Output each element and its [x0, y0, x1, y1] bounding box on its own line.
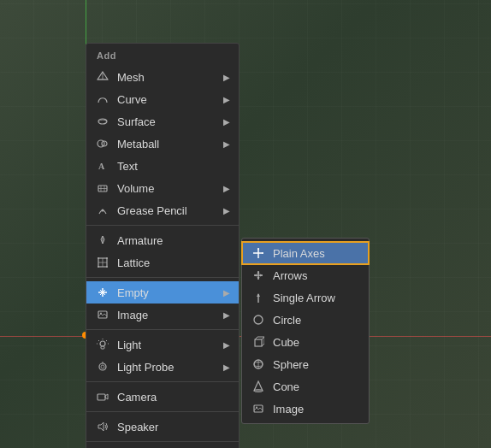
svg-point-26 — [100, 313, 102, 315]
menu-item-grease-pencil[interactable]: Grease Pencil ▶ — [86, 199, 239, 221]
svg-point-56 — [254, 315, 263, 324]
text-icon: A — [95, 158, 110, 174]
plain-axes-icon — [251, 245, 266, 261]
menu-item-empty-label: Empty — [117, 286, 216, 299]
divider-1 — [86, 225, 239, 226]
camera-icon — [95, 389, 110, 404]
surface-icon — [95, 114, 110, 129]
menu-item-mesh[interactable]: Mesh ▶ — [86, 66, 239, 88]
curve-icon — [95, 91, 110, 107]
divider-3 — [86, 329, 239, 330]
svg-point-19 — [98, 266, 99, 268]
lattice-icon — [95, 255, 110, 270]
empty-icon — [95, 285, 110, 300]
cube-icon — [251, 334, 266, 350]
menu-item-armature-label: Armature — [117, 234, 230, 247]
light-probe-arrow: ▶ — [223, 363, 230, 372]
submenu-item-cube-label: Cube — [273, 336, 299, 349]
metaball-icon — [95, 136, 110, 151]
menu-item-camera[interactable]: Camera — [86, 386, 239, 408]
menu-item-mesh-label: Mesh — [117, 71, 216, 84]
menu-item-volume-label: Volume — [117, 182, 216, 195]
armature-icon — [95, 233, 110, 248]
light-arrow: ▶ — [223, 340, 230, 350]
svg-point-67 — [256, 407, 257, 409]
menu-item-light-label: Light — [117, 339, 216, 351]
menu-item-metaball[interactable]: Metaball ▶ — [86, 133, 239, 155]
menu-item-light-probe[interactable]: Light Probe ▶ — [86, 356, 239, 378]
add-menu-container: Add Mesh ▶ Curve ▶ — [86, 43, 370, 448]
svg-point-35 — [101, 365, 104, 368]
svg-point-17 — [98, 257, 99, 259]
volume-icon — [95, 180, 110, 196]
menu-item-text[interactable]: A Text — [86, 155, 239, 177]
submenu-item-single-arrow-label: Single Arrow — [273, 292, 335, 304]
menu-item-curve-label: Curve — [117, 93, 216, 106]
cone-icon — [251, 379, 266, 394]
sphere-icon — [251, 357, 266, 372]
submenu-item-arrows[interactable]: Arrows — [242, 264, 369, 286]
divider-5 — [86, 411, 239, 412]
menu-item-curve[interactable]: Curve ▶ — [86, 88, 239, 110]
menu-item-speaker[interactable]: Speaker — [86, 416, 239, 438]
submenu-item-image-label: Image — [273, 403, 304, 416]
speaker-icon — [95, 419, 110, 434]
light-probe-icon — [95, 359, 110, 374]
submenu-item-plain-axes[interactable]: Plain Axes — [242, 242, 369, 264]
menu-item-image[interactable]: Image ▶ — [86, 304, 239, 326]
submenu-item-sphere[interactable]: Sphere — [242, 353, 369, 375]
empty-arrow: ▶ — [223, 288, 230, 298]
svg-point-11 — [102, 209, 104, 212]
submenu-item-circle-label: Circle — [273, 314, 301, 327]
menu-item-light-probe-label: Light Probe — [117, 361, 216, 374]
submenu-item-cube[interactable]: Cube — [242, 331, 369, 353]
svg-rect-33 — [101, 346, 104, 349]
svg-marker-55 — [257, 293, 260, 297]
circle-icon — [251, 312, 266, 327]
submenu-item-arrows-label: Arrows — [273, 269, 307, 282]
menu-item-surface-label: Surface — [117, 115, 216, 128]
svg-line-31 — [98, 340, 99, 341]
menu-item-metaball-label: Metaball — [117, 138, 216, 150]
submenu-item-plain-axes-label: Plain Axes — [273, 247, 325, 260]
menu-item-lattice[interactable]: Lattice — [86, 251, 239, 274]
svg-text:A: A — [98, 162, 105, 171]
menu-header: Add — [86, 47, 239, 66]
submenu-item-cone-label: Cone — [273, 380, 299, 393]
menu-item-lattice-label: Lattice — [117, 256, 230, 269]
svg-marker-51 — [257, 277, 260, 280]
curve-arrow: ▶ — [223, 95, 230, 104]
metaball-arrow: ▶ — [223, 139, 230, 149]
grease-pencil-icon — [95, 203, 110, 218]
menu-item-image-label: Image — [117, 309, 216, 321]
menu-item-grease-pencil-label: Grease Pencil — [117, 204, 216, 217]
submenu-item-cone[interactable]: Cone — [242, 375, 369, 398]
submenu-item-circle[interactable]: Circle — [242, 309, 369, 331]
submenu-item-single-arrow[interactable]: Single Arrow — [242, 286, 369, 309]
image-arrow: ▶ — [223, 310, 230, 320]
svg-rect-37 — [98, 394, 105, 400]
divider-4 — [86, 381, 239, 382]
menu-item-text-label: Text — [117, 160, 230, 173]
svg-point-18 — [106, 257, 108, 259]
menu-item-volume[interactable]: Volume ▶ — [86, 177, 239, 199]
grease-pencil-arrow: ▶ — [223, 206, 230, 215]
single-arrow-icon — [251, 290, 266, 305]
svg-marker-50 — [257, 271, 260, 274]
menu-item-surface[interactable]: Surface ▶ — [86, 110, 239, 133]
empty-submenu: Plain Axes Arrows — [241, 238, 370, 424]
menu-item-light[interactable]: Light ▶ — [86, 333, 239, 356]
svg-marker-53 — [260, 274, 263, 277]
surface-arrow: ▶ — [223, 117, 230, 127]
submenu-item-image[interactable]: Image — [242, 398, 369, 420]
svg-line-29 — [106, 340, 107, 341]
svg-point-20 — [106, 266, 108, 268]
menu-item-armature[interactable]: Armature — [86, 229, 239, 251]
svg-marker-52 — [254, 274, 257, 277]
submenu-image-icon — [251, 401, 266, 416]
menu-item-speaker-label: Speaker — [117, 421, 230, 433]
menu-item-empty[interactable]: Empty ▶ — [86, 281, 239, 304]
submenu-item-sphere-label: Sphere — [273, 358, 309, 371]
image-icon — [95, 307, 110, 322]
svg-point-34 — [99, 363, 106, 370]
